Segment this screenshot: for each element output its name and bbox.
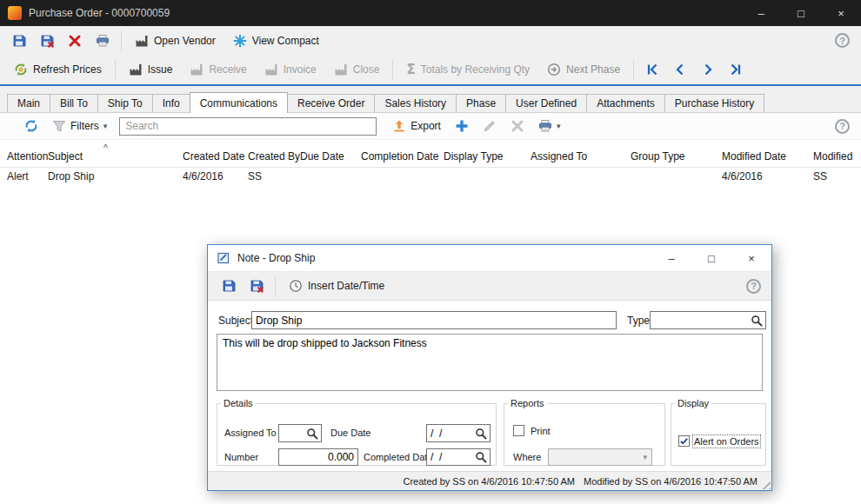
save-close-button[interactable] xyxy=(33,30,61,52)
column-header-modified-by[interactable]: Modified xyxy=(813,150,861,162)
help-icon[interactable]: ? xyxy=(835,33,850,48)
window-controls: – □ × xyxy=(741,0,861,26)
type-field[interactable] xyxy=(650,311,766,329)
close-order-label: Close xyxy=(353,63,380,76)
refresh-prices-button[interactable]: Refresh Prices xyxy=(5,58,110,81)
assigned-to-input[interactable] xyxy=(279,428,306,440)
column-header-completion-date[interactable]: Completion Date xyxy=(361,150,444,162)
resize-grip[interactable] xyxy=(759,478,771,489)
column-header-attention[interactable]: Attention xyxy=(7,150,48,162)
alert-on-orders-checkbox[interactable] xyxy=(678,435,690,447)
tab-main[interactable]: Main xyxy=(7,94,50,112)
tab-label: Receive Order xyxy=(297,97,364,109)
issue-button[interactable]: Issue xyxy=(120,58,182,81)
reports-group: Reports Print Where ▾ xyxy=(504,398,665,466)
where-dropdown[interactable]: ▾ xyxy=(548,448,652,466)
refresh-button[interactable] xyxy=(17,116,45,136)
last-record-icon xyxy=(729,63,743,76)
column-header-created-date[interactable]: Created Date xyxy=(183,150,248,162)
tab-info[interactable]: Info xyxy=(152,94,190,112)
completed-date-field[interactable] xyxy=(426,448,491,466)
delete-note-button[interactable] xyxy=(504,116,531,136)
dialog-save-close-button[interactable] xyxy=(243,275,270,297)
refresh-prices-icon xyxy=(14,63,28,76)
help-icon[interactable]: ? xyxy=(835,119,850,134)
previous-record-button[interactable] xyxy=(666,58,694,81)
tab-bill-to[interactable]: Bill To xyxy=(50,94,98,112)
refresh-icon xyxy=(24,119,38,133)
dialog-save-button[interactable] xyxy=(215,275,243,297)
print-notes-button[interactable]: ▾ xyxy=(531,116,568,136)
due-date-input[interactable] xyxy=(427,428,475,440)
tab-attachments[interactable]: Attachments xyxy=(586,94,665,112)
totals-by-receiving-qty-button[interactable]: Σ Totals by Receiving Qty xyxy=(397,58,538,81)
next-phase-button[interactable]: Next Phase xyxy=(538,58,629,81)
tab-communications[interactable]: Communications xyxy=(190,92,288,113)
column-header-due-date[interactable]: Due Date xyxy=(300,150,361,162)
insert-datetime-button[interactable]: Insert Date/Time xyxy=(280,275,393,297)
completed-date-input[interactable] xyxy=(427,451,475,463)
open-vendor-button[interactable]: Open Vendor xyxy=(126,30,224,52)
print-button[interactable] xyxy=(89,30,117,52)
tab-label: Attachments xyxy=(597,97,655,109)
tab-ship-to[interactable]: Ship To xyxy=(97,94,153,112)
filters-label: Filters xyxy=(70,120,99,132)
number-input[interactable] xyxy=(278,448,358,466)
search-icon[interactable] xyxy=(475,428,487,440)
receive-button[interactable]: Receive xyxy=(181,58,255,81)
assigned-to-field[interactable] xyxy=(278,424,322,442)
last-record-button[interactable] xyxy=(722,58,750,81)
save-button[interactable] xyxy=(5,30,33,52)
export-button[interactable]: Export xyxy=(385,116,448,136)
filters-button[interactable]: Filters ▾ xyxy=(45,116,114,136)
type-input[interactable] xyxy=(651,315,751,327)
tab-phase[interactable]: Phase xyxy=(456,94,506,112)
close-button[interactable]: × xyxy=(821,0,861,26)
print-checkbox[interactable] xyxy=(513,425,524,436)
dialog-minimize-button[interactable]: – xyxy=(651,245,691,271)
delete-button[interactable] xyxy=(61,30,89,52)
maximize-button[interactable]: □ xyxy=(781,0,821,26)
note-body-textarea[interactable]: This will be drop shipped to Jackson Fit… xyxy=(217,334,763,391)
pencil-icon xyxy=(483,119,497,133)
communications-toolbar: Filters ▾ Export ▾ ? xyxy=(0,113,861,140)
column-header-modified-date[interactable]: Modified Date xyxy=(722,150,813,162)
open-vendor-label: Open Vendor xyxy=(154,35,216,47)
search-icon[interactable] xyxy=(475,451,487,463)
invoice-button[interactable]: Invoice xyxy=(256,58,325,81)
tab-receive-order[interactable]: Receive Order xyxy=(287,94,375,112)
add-note-button[interactable] xyxy=(448,116,476,136)
cell-created-by: SS xyxy=(248,170,300,182)
tab-user-defined[interactable]: User Defined xyxy=(505,94,587,112)
cell-attention: Alert xyxy=(7,170,48,182)
column-header-subject[interactable]: Subject xyxy=(48,150,183,162)
reports-legend: Reports xyxy=(508,398,547,408)
dialog-maximize-button[interactable]: □ xyxy=(691,245,731,271)
subject-input[interactable] xyxy=(251,311,617,329)
due-date-field[interactable] xyxy=(426,424,491,442)
column-header-group-type[interactable]: Group Type xyxy=(631,150,722,162)
search-input[interactable] xyxy=(119,117,377,136)
search-icon[interactable] xyxy=(306,428,318,440)
minimize-button[interactable]: – xyxy=(741,0,781,26)
column-header-display-type[interactable]: Display Type xyxy=(444,150,531,162)
view-compact-button[interactable]: View Compact xyxy=(224,30,328,52)
number-label: Number xyxy=(224,452,258,462)
help-icon[interactable]: ? xyxy=(746,279,761,294)
tab-sales-history[interactable]: Sales History xyxy=(374,94,457,112)
first-record-button[interactable] xyxy=(638,58,666,81)
separator xyxy=(275,275,276,296)
column-header-assigned-to[interactable]: Assigned To xyxy=(531,150,631,162)
alert-on-orders-label[interactable]: Alert on Orders xyxy=(694,436,759,447)
next-record-button[interactable] xyxy=(694,58,722,81)
chevron-down-icon: ▾ xyxy=(103,123,108,130)
dialog-titlebar: Note - Drop Ship – □ × xyxy=(208,245,771,271)
search-icon[interactable] xyxy=(751,315,763,327)
edit-note-button[interactable] xyxy=(476,116,504,136)
column-header-created-by[interactable]: Created By xyxy=(248,150,300,162)
dialog-close-button[interactable]: × xyxy=(731,245,771,271)
grid-row[interactable]: Alert Drop Ship 4/6/2016 SS 4/6/2016 SS xyxy=(0,168,861,184)
tab-purchase-history[interactable]: Purchase History xyxy=(664,94,764,112)
subject-label: Subject xyxy=(218,315,253,327)
close-order-button[interactable]: Close xyxy=(325,58,389,81)
